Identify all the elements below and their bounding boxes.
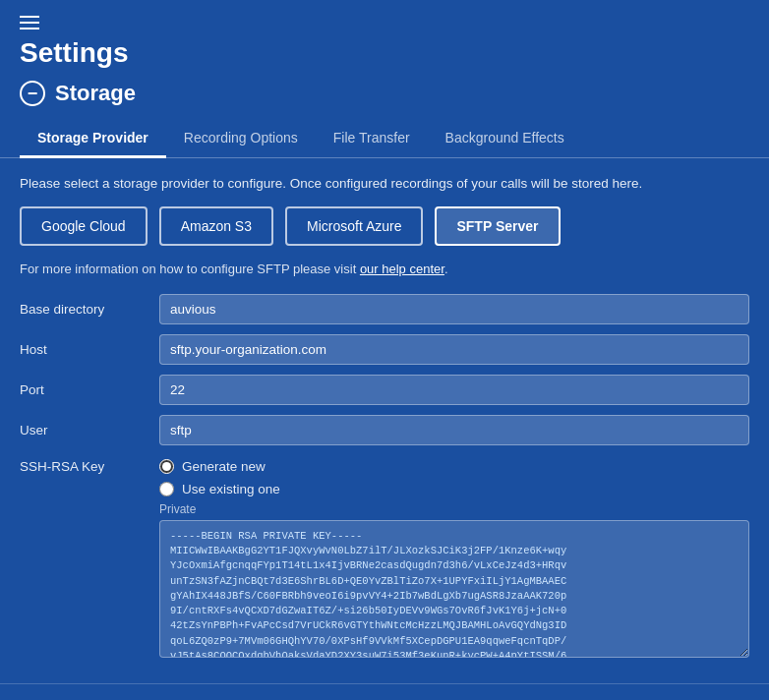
tab-background-effects[interactable]: Background Effects — [428, 122, 582, 158]
generate-new-radio-row[interactable]: Generate new — [159, 459, 749, 474]
page-title: Settings — [0, 37, 769, 81]
collapse-button[interactable]: − — [20, 81, 45, 106]
host-label: Host — [20, 342, 148, 357]
tab-recording-options[interactable]: Recording Options — [166, 122, 316, 158]
generate-new-label: Generate new — [182, 459, 266, 474]
form-grid: Base directory Host Port User — [20, 294, 749, 445]
tabs: Storage Provider Recording Options File … — [0, 112, 769, 158]
sftp-server-button[interactable]: SFTP Server — [435, 206, 560, 246]
private-key-textarea[interactable]: -----BEGIN RSA PRIVATE KEY----- MIICWwIB… — [159, 520, 749, 658]
provider-buttons: Google Cloud Amazon S3 Microsoft Azure S… — [20, 206, 749, 246]
port-label: Port — [20, 382, 148, 397]
user-label: User — [20, 423, 148, 438]
google-cloud-button[interactable]: Google Cloud — [20, 206, 148, 246]
content-area: Please select a storage provider to conf… — [0, 158, 769, 675]
help-center-link[interactable]: our help center — [360, 262, 444, 276]
ssh-options: Generate new Use existing one — [159, 459, 749, 496]
host-input[interactable] — [159, 334, 749, 365]
generate-new-radio[interactable] — [159, 459, 174, 474]
private-key-wrapper: Private -----BEGIN RSA PRIVATE KEY----- … — [159, 502, 749, 658]
hamburger-menu[interactable] — [20, 16, 39, 29]
base-directory-input[interactable] — [159, 294, 749, 324]
private-key-title: Private — [159, 502, 749, 516]
tab-storage-provider[interactable]: Storage Provider — [20, 122, 166, 158]
user-input[interactable] — [159, 415, 749, 445]
port-input[interactable] — [159, 375, 749, 405]
storage-section-title: Storage — [55, 81, 136, 106]
description-text: Please select a storage provider to conf… — [20, 176, 749, 191]
private-key-section: Private -----BEGIN RSA PRIVATE KEY----- … — [20, 502, 749, 658]
ssh-rsa-label: SSH-RSA Key — [20, 459, 148, 474]
sftp-help-text: For more information on how to configure… — [20, 262, 749, 276]
use-existing-radio-row[interactable]: Use existing one — [159, 482, 749, 496]
tab-file-transfer[interactable]: File Transfer — [316, 122, 428, 158]
base-directory-label: Base directory — [20, 302, 148, 317]
amazon-s3-button[interactable]: Amazon S3 — [159, 206, 273, 246]
use-existing-radio[interactable] — [159, 482, 174, 496]
header — [0, 0, 769, 37]
footer: ← Back Next → — [0, 683, 769, 700]
use-existing-label: Use existing one — [182, 482, 280, 496]
microsoft-azure-button[interactable]: Microsoft Azure — [285, 206, 423, 246]
storage-header: − Storage — [0, 81, 769, 106]
ssh-rsa-row: SSH-RSA Key Generate new Use existing on… — [20, 459, 749, 496]
